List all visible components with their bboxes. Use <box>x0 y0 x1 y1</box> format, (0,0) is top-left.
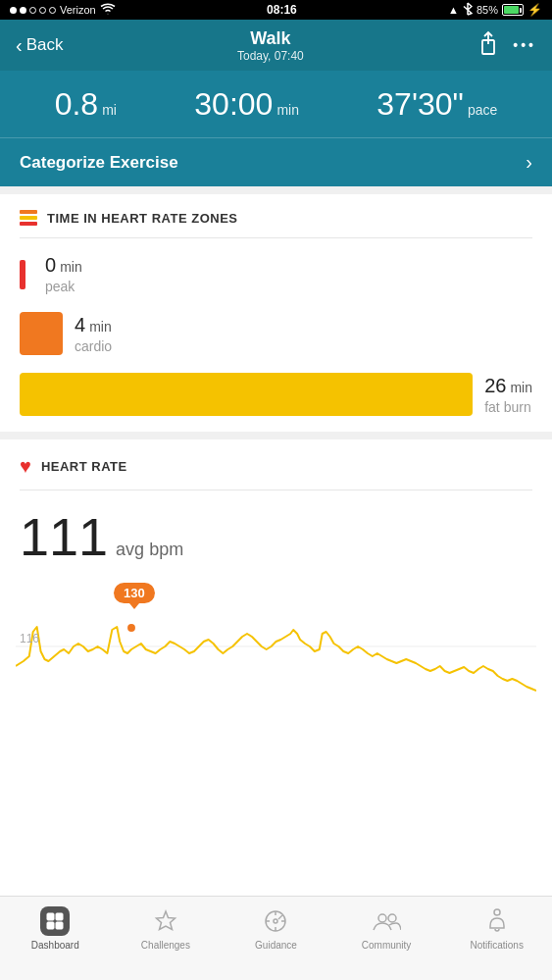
cardio-text: 4 min cardio <box>75 314 112 354</box>
status-time: 08:16 <box>267 3 297 17</box>
nav-bar: ‹ Back Walk Today, 07:40 ••• <box>0 20 552 71</box>
chevron-right-icon: › <box>526 151 532 174</box>
hr-section-title: HEART RATE <box>41 459 127 474</box>
hr-avg-row: 111 avg bpm <box>20 506 532 567</box>
nav-actions: ••• <box>477 30 536 61</box>
dashboard-label: Dashboard <box>31 940 79 951</box>
chart-tooltip: 130 <box>114 583 155 603</box>
zones-icon <box>20 210 37 226</box>
svg-point-16 <box>388 914 396 922</box>
categorize-label: Categorize Exercise <box>20 153 178 173</box>
section-divider-1 <box>0 186 552 194</box>
community-label: Community <box>362 940 412 951</box>
stat-pace: 37'30" pace <box>376 88 497 120</box>
battery-fill <box>504 6 519 14</box>
back-button[interactable]: ‹ Back <box>16 34 63 57</box>
more-icon[interactable]: ••• <box>513 37 536 53</box>
fatburn-value: 26 <box>484 375 506 397</box>
heart-icon: ♥ <box>20 455 31 478</box>
svg-rect-4 <box>56 913 63 920</box>
challenges-icon <box>151 906 180 936</box>
duration-unit: min <box>276 102 299 118</box>
nav-title: Walk <box>237 28 304 49</box>
stat-distance: 0.8 mi <box>55 88 117 120</box>
svg-point-2 <box>127 624 135 632</box>
challenges-label: Challenges <box>141 940 190 951</box>
heart-rate-chart: 130 116 <box>16 583 536 710</box>
categorize-bar[interactable]: Categorize Exercise › <box>0 137 552 186</box>
duration-value: 30:00 <box>194 88 273 120</box>
share-icon[interactable] <box>477 30 499 61</box>
cardio-name: cardio <box>75 338 112 354</box>
tab-community[interactable]: Community <box>331 906 442 951</box>
signal-dot-1 <box>10 7 17 14</box>
zone-row-fatburn: 26 min fat burn <box>20 373 532 416</box>
signal-dot-3 <box>29 7 36 14</box>
section-divider-2 <box>0 432 552 439</box>
peak-unit: min <box>60 259 82 275</box>
status-bar: Verizon 08:16 ▲ 85% ⚡ <box>0 0 552 20</box>
pace-value: 37'30" <box>376 88 464 120</box>
location-icon: ▲ <box>448 4 459 16</box>
tab-challenges[interactable]: Challenges <box>111 906 222 951</box>
svg-rect-5 <box>47 922 54 929</box>
distance-value: 0.8 <box>55 88 98 120</box>
svg-rect-3 <box>47 913 54 920</box>
svg-point-17 <box>494 909 500 915</box>
peak-value: 0 <box>45 254 56 277</box>
chart-svg <box>16 583 536 710</box>
fatburn-unit: min <box>510 380 532 395</box>
bluetooth-icon <box>463 2 473 18</box>
chart-y-label: 116 <box>20 632 39 645</box>
signal-dot-5 <box>49 7 56 14</box>
fatburn-text: 26 min fat burn <box>484 375 532 415</box>
hr-section-header: ♥ HEART RATE <box>20 455 532 490</box>
battery-tip <box>520 8 522 13</box>
cardio-box <box>20 312 63 355</box>
guidance-icon <box>261 906 290 936</box>
stat-duration: 30:00 min <box>194 88 299 120</box>
peak-name: peak <box>45 279 82 294</box>
carrier-label: Verizon <box>60 4 96 16</box>
signal-dots <box>10 7 56 14</box>
signal-dot-2 <box>20 7 26 14</box>
svg-line-14 <box>278 915 282 919</box>
svg-point-9 <box>274 919 277 923</box>
status-left: Verizon <box>10 3 116 17</box>
zones-section-header: TIME IN HEART RATE ZONES <box>20 210 532 238</box>
charging-icon: ⚡ <box>527 3 542 17</box>
tab-notifications[interactable]: Notifications <box>441 906 552 951</box>
signal-dot-4 <box>39 7 46 14</box>
notifications-label: Notifications <box>470 940 523 951</box>
fatburn-name: fat burn <box>484 399 532 415</box>
zone-row-cardio: 4 min cardio <box>20 312 532 355</box>
back-arrow-icon: ‹ <box>16 34 23 57</box>
hr-avg-unit: avg bpm <box>116 540 183 560</box>
dashboard-icon <box>40 906 70 936</box>
zone-row-peak: 0 min peak <box>20 254 532 294</box>
notifications-icon <box>482 906 512 936</box>
tab-guidance[interactable]: Guidance <box>221 906 331 951</box>
heart-rate-section: ♥ HEART RATE 111 avg bpm 130 116 <box>0 439 552 714</box>
battery-percent: 85% <box>477 4 498 16</box>
distance-unit: mi <box>102 102 117 118</box>
community-icon <box>372 906 401 936</box>
tab-bar: Dashboard Challenges Guidance <box>0 896 552 980</box>
svg-marker-7 <box>156 911 175 930</box>
svg-point-15 <box>378 914 386 922</box>
svg-rect-6 <box>56 922 63 929</box>
peak-indicator <box>20 260 25 289</box>
hr-avg-value: 111 <box>20 506 108 567</box>
tab-dashboard[interactable]: Dashboard <box>0 906 111 951</box>
peak-text: 0 min peak <box>45 254 82 294</box>
heart-rate-zones-section: TIME IN HEART RATE ZONES 0 min peak 4 mi… <box>0 194 552 432</box>
fatburn-bar <box>20 373 473 416</box>
cardio-unit: min <box>89 319 112 335</box>
nav-subtitle: Today, 07:40 <box>237 49 304 63</box>
status-right: ▲ 85% ⚡ <box>448 2 542 18</box>
zones-section-title: TIME IN HEART RATE ZONES <box>47 211 237 226</box>
guidance-label: Guidance <box>255 940 297 951</box>
stats-bar: 0.8 mi 30:00 min 37'30" pace <box>0 71 552 137</box>
wifi-icon <box>100 3 116 17</box>
pace-unit: pace <box>468 102 497 118</box>
